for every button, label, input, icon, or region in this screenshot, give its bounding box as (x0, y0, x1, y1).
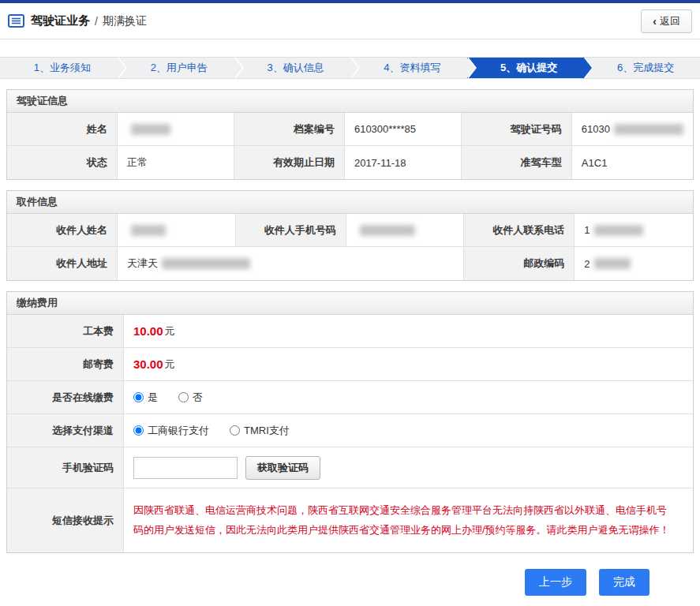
recipient-phone-value-text: 1 (584, 224, 590, 236)
step-1-business-notice: 1、业务须知 (0, 58, 117, 78)
status-value: 正常 (118, 146, 234, 179)
pay-channel-icbc-radio[interactable] (133, 425, 144, 436)
status-value-text: 正常 (127, 155, 148, 170)
name-label: 姓名 (7, 113, 118, 146)
pay-channel-tmri-option[interactable]: TMRI支付 (230, 424, 290, 438)
get-sms-code-button[interactable]: 获取验证码 (245, 456, 320, 480)
online-pay-no-radio[interactable] (178, 392, 189, 402)
pickup-info-table: 收件人姓名 收件人手机号码 收件人联系电话 1 收件人地址 天津天 邮政编码 2 (7, 214, 693, 280)
license-info-title: 驾驶证信息 (17, 95, 68, 107)
recipient-phone-value: 1 (575, 214, 693, 247)
license-info-table: 姓名 档案编号 610300****85 驾驶证号码 61030 状态 正常 有… (7, 113, 693, 179)
title-separator: / (95, 15, 98, 28)
name-value (118, 113, 234, 146)
sms-notice-text: 因陕西省联通、电信运营商技术问题，陕西省互联网交通安全综合服务管理平台无法向持陕… (133, 493, 683, 548)
pickup-info-section: 取件信息 收件人姓名 收件人手机号码 收件人联系电话 1 收件人地址 天津天 邮… (6, 190, 694, 281)
page-subtitle: 期满换证 (103, 14, 147, 28)
redacted-value (594, 225, 643, 236)
page-title: 驾驶证业务 (31, 13, 90, 28)
pay-channel-icbc-label: 工商银行支付 (148, 424, 209, 438)
license-number-value-text: 61030 (582, 123, 610, 135)
sms-code-label: 手机验证码 (7, 447, 124, 488)
cost-fee-value: 10.00 元 (124, 315, 693, 348)
redacted-value (360, 225, 415, 236)
previous-step-button[interactable]: 上一步 (525, 569, 586, 596)
pay-channel-tmri-label: TMRI支付 (244, 424, 290, 438)
expiry-date-value-text: 2017-11-18 (354, 157, 406, 169)
postage-fee-value: 30.00 元 (124, 348, 693, 381)
back-button-label: 返回 (660, 14, 680, 28)
payment-header: 缴纳费用 (7, 292, 693, 315)
recipient-name-value (118, 214, 236, 247)
license-number-value: 61030 (572, 113, 693, 146)
online-pay-yes-radio[interactable] (133, 392, 144, 402)
pay-channel-label: 选择支付渠道 (7, 414, 124, 447)
cost-fee-amount: 10.00 (133, 324, 163, 338)
online-pay-no-label: 否 (193, 391, 203, 405)
expiry-date-value: 2017-11-18 (345, 146, 462, 179)
recipient-mobile-value (346, 214, 465, 247)
pickup-info-header: 取件信息 (7, 191, 693, 214)
finish-button[interactable]: 完成 (599, 569, 649, 596)
recipient-mobile-label: 收件人手机号码 (236, 214, 346, 247)
payment-table: 工本费 10.00 元 邮寄费 30.00 元 是否在线缴费 是 否 选择支付渠… (7, 315, 693, 552)
postage-fee-label: 邮寄费 (7, 348, 124, 381)
step-5-confirm-submit: 5、确认提交 (466, 58, 583, 78)
license-number-label: 驾驶证号码 (462, 113, 572, 146)
cost-fee-unit: 元 (165, 324, 175, 339)
postal-code-value-text: 2 (584, 258, 590, 270)
pay-channel-options: 工商银行支付 TMRI支付 (124, 414, 693, 447)
license-info-section: 驾驶证信息 姓名 档案编号 610300****85 驾驶证号码 61030 状… (6, 89, 694, 180)
vehicle-class-label: 准驾车型 (462, 146, 572, 179)
pay-channel-icbc-option[interactable]: 工商银行支付 (133, 424, 209, 438)
online-pay-no-option[interactable]: 否 (178, 391, 203, 405)
app-header: 驾驶证业务 / 期满换证 ‹ 返回 (0, 3, 700, 39)
expiry-date-label: 有效期止日期 (234, 146, 345, 179)
redacted-value (594, 258, 631, 269)
step-1-label: 1、业务须知 (34, 62, 91, 73)
license-service-icon (8, 14, 24, 28)
file-number-value-text: 610300****85 (354, 123, 416, 135)
sms-notice-label: 短信接收提示 (7, 488, 124, 552)
pay-channel-tmri-radio[interactable] (230, 425, 240, 436)
step-4-label: 4、资料填写 (384, 62, 440, 73)
online-pay-options: 是 否 (124, 381, 693, 414)
step-3-confirm-info: 3、确认信息 (234, 58, 350, 78)
online-pay-label: 是否在线缴费 (7, 381, 124, 414)
payment-section: 缴纳费用 工本费 10.00 元 邮寄费 30.00 元 是否在线缴费 是 否 … (6, 291, 694, 553)
redacted-value (162, 258, 250, 269)
payment-title: 缴纳费用 (17, 297, 58, 309)
step-6-label: 6、完成提交 (617, 62, 674, 73)
step-5-label: 5、确认提交 (500, 62, 557, 73)
step-2-user-declaration: 2、用户申告 (117, 58, 234, 78)
file-number-value: 610300****85 (345, 113, 462, 146)
postage-fee-unit: 元 (165, 357, 175, 372)
sms-code-row: 获取验证码 (124, 447, 693, 488)
vehicle-class-value-text: A1C1 (582, 157, 608, 169)
sms-notice-row: 因陕西省联通、电信运营商技术问题，陕西省互联网交通安全综合服务管理平台无法向持陕… (124, 488, 693, 552)
step-bar: 1、业务须知 2、用户申告 3、确认信息 4、资料填写 5、确认提交 6、完成提… (0, 57, 700, 79)
sms-code-input[interactable] (133, 457, 238, 479)
file-number-label: 档案编号 (234, 113, 345, 146)
footer-actions: 上一步 完成 (0, 569, 649, 596)
postal-code-value: 2 (575, 247, 693, 280)
step-2-label: 2、用户申告 (151, 62, 208, 73)
cost-fee-label: 工本费 (7, 315, 124, 348)
chevron-left-icon: ‹ (653, 16, 657, 27)
status-label: 状态 (7, 146, 118, 179)
step-6-complete-submit: 6、完成提交 (583, 58, 700, 78)
pickup-info-title: 取件信息 (17, 196, 58, 208)
online-pay-yes-option[interactable]: 是 (133, 391, 158, 405)
recipient-phone-label: 收件人联系电话 (464, 214, 575, 247)
back-button[interactable]: ‹ 返回 (641, 9, 692, 33)
step-4-fill-materials: 4、资料填写 (350, 58, 466, 78)
postage-fee-amount: 30.00 (133, 357, 163, 371)
online-pay-yes-label: 是 (148, 391, 158, 405)
redacted-value (131, 124, 170, 135)
vehicle-class-value: A1C1 (572, 146, 693, 179)
redacted-value (131, 225, 166, 236)
recipient-name-label: 收件人姓名 (7, 214, 118, 247)
postal-code-label: 邮政编码 (464, 247, 575, 280)
recipient-address-value-text: 天津天 (127, 256, 158, 271)
license-info-header: 驾驶证信息 (7, 90, 693, 113)
